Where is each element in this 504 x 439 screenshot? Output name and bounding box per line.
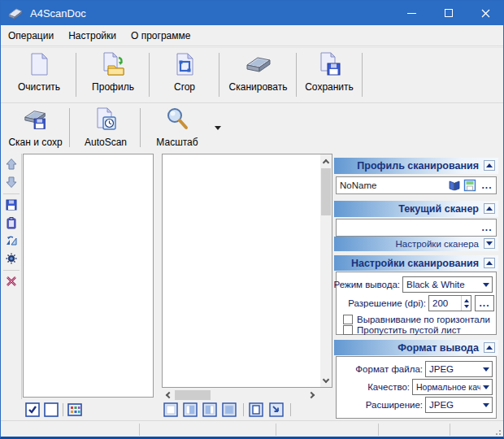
deselect-all-button[interactable] <box>44 402 59 417</box>
menu-about[interactable]: О программе <box>124 25 198 46</box>
vertical-scroll-thumb[interactable] <box>321 168 331 215</box>
main-area: Профиль сканирования NoName ... Текущий … <box>1 152 503 420</box>
zoom-icon <box>164 106 190 133</box>
view-split-left-button[interactable] <box>183 402 198 417</box>
autoscan-button[interactable]: AutoScan <box>72 106 139 148</box>
crop-button[interactable]: Crop <box>152 51 217 93</box>
resolution-more-button[interactable]: ... <box>475 295 494 311</box>
minimize-button[interactable] <box>393 1 430 25</box>
save-profile-icon[interactable] <box>463 179 476 192</box>
spinner-arrows[interactable] <box>461 296 471 311</box>
expand-button[interactable] <box>484 238 495 249</box>
align-horizontal-label: Выравнивание по горизонтали <box>357 315 490 324</box>
zoom-dropdown-button[interactable] <box>211 121 224 134</box>
chevron-down-icon <box>323 376 329 382</box>
clear-button[interactable]: Очистить <box>4 51 74 93</box>
zoom-label: Масштаб <box>156 137 198 148</box>
combo-arrow[interactable] <box>480 283 492 287</box>
move-up-button[interactable] <box>5 158 18 171</box>
collapse-button[interactable] <box>484 258 495 268</box>
view-split-right-button[interactable] <box>202 402 217 417</box>
scan-save-button[interactable]: Скан и сохр <box>2 106 68 148</box>
section-header-scanner-settings[interactable]: Настройки сканера <box>334 237 498 251</box>
file-format-value: JPEG <box>426 364 480 374</box>
section-header-scan-profile[interactable]: Профиль сканирования <box>334 158 498 174</box>
separator <box>140 108 141 147</box>
save-label: Сохранить <box>305 81 354 93</box>
thumbnails-view-button[interactable] <box>67 402 82 417</box>
scroll-right-button[interactable] <box>306 389 318 401</box>
close-button[interactable] <box>467 1 503 25</box>
extension-value: JPEG <box>426 400 480 410</box>
maximize-button[interactable] <box>430 1 467 25</box>
separator <box>219 53 219 97</box>
extension-combobox[interactable]: JPEG <box>425 397 493 413</box>
section-header-output-format[interactable]: Формат вывода <box>334 340 498 355</box>
zoom-button[interactable]: Масштаб <box>143 106 211 148</box>
view-normal-button[interactable] <box>163 402 178 417</box>
scanner-settings-title: Настройки сканера <box>395 237 479 251</box>
select-all-button[interactable] <box>25 402 40 417</box>
separator <box>243 403 244 416</box>
paste-button[interactable] <box>5 216 18 229</box>
view-full-button[interactable] <box>222 402 237 417</box>
autoscan-icon <box>93 106 119 133</box>
section-header-current-scanner[interactable]: Текущий сканер <box>334 201 498 217</box>
collapse-button[interactable] <box>484 342 495 353</box>
output-mode-label: Режим вывода: <box>334 280 400 289</box>
vertical-scrollbar[interactable] <box>320 154 332 387</box>
current-scanner-field[interactable]: ... <box>336 219 497 237</box>
combo-arrow[interactable] <box>480 367 492 372</box>
file-format-combobox[interactable]: JPEG <box>425 361 493 377</box>
menu-operations[interactable]: Операции <box>1 25 61 46</box>
resolution-label: Разрешение (dpi): <box>348 298 426 308</box>
align-horizontal-checkbox[interactable] <box>343 315 353 324</box>
output-mode-combobox[interactable]: Black & White <box>402 276 493 293</box>
combo-arrow[interactable] <box>480 385 492 389</box>
profile-more-button[interactable]: ... <box>478 180 496 191</box>
scroll-left-button[interactable] <box>162 389 173 401</box>
collapse-up-icon <box>486 206 493 211</box>
move-down-button[interactable] <box>5 176 18 189</box>
scroll-up-button[interactable] <box>320 154 332 167</box>
save-button[interactable]: Сохранить <box>298 51 360 93</box>
autoscan-label: AutoScan <box>85 137 127 148</box>
collapse-button[interactable] <box>484 160 495 171</box>
section-header-scan-settings[interactable]: Настройки сканирования <box>334 255 498 271</box>
collapse-down-icon <box>486 241 493 246</box>
collapse-up-icon <box>486 261 493 265</box>
combo-arrow[interactable] <box>480 403 492 407</box>
status-bar <box>1 420 503 437</box>
scan-button[interactable]: Сканировать <box>222 51 294 93</box>
save-image-button[interactable] <box>5 198 18 211</box>
fit-window-button[interactable] <box>269 402 284 417</box>
thumbnail-list-panel[interactable] <box>23 154 154 398</box>
horizontal-scroll-thumb[interactable] <box>175 390 211 400</box>
chevron-right-icon <box>307 392 314 398</box>
scan-label: Сканировать <box>229 81 288 93</box>
brightness-button[interactable] <box>5 251 18 264</box>
scanner-select-button[interactable]: ... <box>478 222 496 233</box>
delete-button[interactable] <box>5 275 18 288</box>
load-profile-icon[interactable] <box>448 179 461 192</box>
close-icon <box>481 9 490 18</box>
resolution-spinner[interactable]: 200 <box>428 295 471 311</box>
chevron-up-icon <box>323 159 329 165</box>
actual-size-button[interactable] <box>249 402 263 417</box>
profile-name-field[interactable]: NoName ... <box>336 176 497 194</box>
collapse-button[interactable] <box>484 203 495 214</box>
scroll-down-button[interactable] <box>320 374 332 387</box>
separator <box>362 53 363 97</box>
horizontal-scrollbar[interactable] <box>162 389 318 401</box>
resize-grip[interactable] <box>493 428 502 436</box>
profile-button[interactable]: Профиль <box>79 51 147 93</box>
quality-combobox[interactable]: Нормальное качество <box>412 379 493 395</box>
separator <box>76 53 76 97</box>
preview-panel[interactable] <box>162 154 332 388</box>
rotate-button[interactable] <box>5 234 18 247</box>
menu-settings[interactable]: Настройки <box>61 25 124 46</box>
dropdown-icon <box>483 283 489 287</box>
skip-blank-checkbox[interactable] <box>343 325 353 335</box>
window-title: A4ScanDoc <box>30 7 86 20</box>
title-bar[interactable]: A4ScanDoc <box>1 1 503 25</box>
